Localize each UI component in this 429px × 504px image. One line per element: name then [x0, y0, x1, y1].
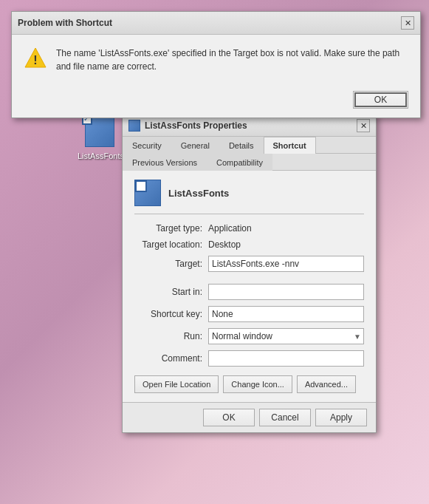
target-location-value: Desktop: [208, 239, 241, 250]
desktop-icon[interactable]: ListAssFonts: [78, 115, 122, 160]
warning-icon: !: [24, 47, 47, 70]
run-row: Run: Normal window Minimized Maximized ▼: [134, 328, 364, 344]
app-icon-large: [134, 180, 161, 206]
tab-security[interactable]: Security: [123, 137, 171, 154]
app-header: ListAssFonts: [134, 180, 364, 214]
target-type-label: Target type:: [134, 223, 208, 234]
start-in-input[interactable]: [208, 284, 364, 300]
shortcut-key-label: Shortcut key:: [134, 309, 208, 319]
comment-row: Comment:: [134, 350, 364, 367]
tab-previous-versions[interactable]: Previous Versions: [123, 154, 207, 171]
shortcut-key-input[interactable]: [208, 306, 364, 322]
properties-content: ListAssFonts Target type: Application Ta…: [123, 171, 376, 402]
start-in-label: Start in:: [134, 287, 208, 297]
advanced-button[interactable]: Advanced...: [297, 375, 356, 393]
tab-general[interactable]: General: [171, 137, 219, 154]
desktop-icon-label: ListAssFonts: [78, 151, 122, 160]
tab-shortcut[interactable]: Shortcut: [264, 137, 316, 154]
shortcut-key-row: Shortcut key:: [134, 306, 364, 322]
cancel-button[interactable]: Cancel: [259, 409, 311, 426]
target-row: Target:: [134, 256, 364, 272]
properties-close-button[interactable]: ✕: [357, 119, 370, 132]
warning-ok-button[interactable]: OK: [353, 91, 408, 109]
svg-text:!: !: [33, 54, 37, 67]
properties-dialog: ListAssFonts Properties ✕ Security Gener…: [122, 115, 377, 433]
comment-input[interactable]: [208, 350, 364, 367]
dialog-footer: OK Cancel Apply: [123, 402, 376, 432]
properties-title: ListAssFonts Properties: [145, 120, 247, 131]
warning-close-button[interactable]: ✕: [401, 16, 414, 30]
properties-title-area: ListAssFonts Properties: [128, 120, 247, 132]
target-location-label: Target location:: [134, 239, 208, 250]
run-label: Run:: [134, 331, 208, 341]
target-type-value: Application: [208, 223, 252, 234]
target-location-row: Target location: Desktop: [134, 239, 364, 250]
warning-title: Problem with Shortcut: [18, 18, 112, 28]
warning-dialog: Problem with Shortcut ✕ ! The name 'List…: [11, 11, 421, 118]
properties-title-icon: [128, 120, 140, 132]
action-buttons: Open File Location Change Icon... Advanc…: [134, 375, 364, 393]
tabs-row-1: Security General Details Shortcut: [123, 137, 376, 154]
target-input[interactable]: [208, 256, 364, 272]
run-select-wrapper: Normal window Minimized Maximized ▼: [208, 328, 364, 344]
target-type-row: Target type: Application: [134, 223, 364, 234]
app-name: ListAssFonts: [168, 188, 229, 199]
warning-footer: OK: [12, 85, 420, 118]
tabs-row-2: Previous Versions Compatibility: [123, 154, 376, 171]
desktop-icon-image: [82, 115, 117, 150]
properties-titlebar: ListAssFonts Properties ✕: [123, 115, 376, 137]
apply-button[interactable]: Apply: [315, 409, 367, 426]
warning-message: The name 'ListAssFonts.exe' specified in…: [56, 47, 408, 73]
comment-label: Comment:: [134, 353, 208, 364]
warning-titlebar: Problem with Shortcut ✕: [12, 12, 420, 35]
ok-button[interactable]: OK: [203, 409, 255, 426]
tab-compatibility[interactable]: Compatibility: [207, 154, 272, 171]
target-label: Target:: [134, 259, 208, 269]
start-in-row: Start in:: [134, 284, 364, 300]
open-file-location-button[interactable]: Open File Location: [134, 375, 219, 393]
tab-details[interactable]: Details: [219, 137, 264, 154]
warning-content: ! The name 'ListAssFonts.exe' specified …: [12, 35, 420, 85]
run-select[interactable]: Normal window Minimized Maximized: [208, 328, 364, 344]
change-icon-button[interactable]: Change Icon...: [223, 375, 292, 393]
